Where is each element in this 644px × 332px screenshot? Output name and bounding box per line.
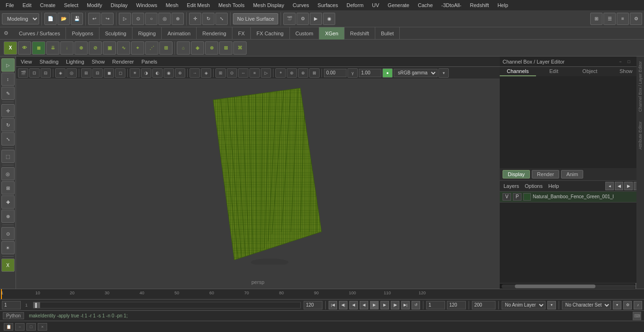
cb-minimize-btn[interactable]: − [617, 58, 624, 65]
xgen-guides-btn[interactable]: ⇊ [46, 41, 59, 55]
camera-btn[interactable]: ⊙ [1, 227, 15, 240]
frame-range-marker[interactable]: ▌ [33, 302, 40, 308]
vp-seq-btn[interactable]: ▷ [261, 68, 271, 78]
anim-layer-chevron[interactable]: ▾ [547, 301, 556, 309]
menu-surfaces[interactable]: Surfaces [314, 1, 342, 9]
menu-deform[interactable]: Deform [343, 1, 367, 9]
xgen-tool3-btn[interactable]: ⊛ [205, 41, 218, 55]
vp-2d-btn[interactable]: ≡ [249, 68, 260, 78]
redo-btn[interactable]: ↪ [101, 13, 114, 25]
snap-btn[interactable]: ◎ [1, 167, 15, 180]
layer-tab-display[interactable]: Display [503, 170, 530, 178]
vp-snap3-btn[interactable]: ⊕ [298, 68, 308, 78]
xgen-tool5-btn[interactable]: ⌘ [233, 41, 247, 55]
vp-ssao-btn[interactable]: ◉ [164, 68, 174, 78]
scroll-track[interactable] [502, 284, 636, 288]
render-btn[interactable]: 🎬 [283, 13, 296, 25]
xgen-anchor-btn[interactable]: ⌖ [131, 41, 144, 55]
layer-tab-anim[interactable]: Anim [561, 170, 583, 178]
new-file-btn[interactable]: 📄 [44, 13, 57, 25]
vp-wire-btn[interactable]: ⊟ [92, 68, 103, 78]
next-key-btn[interactable]: |▶ [391, 301, 399, 309]
measure-btn[interactable]: ✚ [1, 195, 15, 209]
workspace-dropdown[interactable]: Modeling [2, 13, 39, 24]
xgen-select-btn[interactable]: ⊕ [74, 41, 88, 55]
undo-btn[interactable]: ↩ [88, 13, 100, 25]
tool-settings-btn[interactable]: ⚙ [630, 13, 642, 25]
paint-select-btn[interactable]: ○ [145, 13, 157, 25]
vp-flat-btn[interactable]: ◻ [115, 68, 125, 78]
prev-frame-btn[interactable]: ◀ [349, 301, 358, 309]
move-tool-btn[interactable]: ✛ [1, 104, 15, 117]
tab-fx[interactable]: FX [232, 27, 251, 40]
xgen-down-btn[interactable]: ↓ [60, 41, 74, 55]
layer-scrollbar[interactable]: ▸ [500, 283, 644, 289]
menu-uv[interactable]: UV [368, 1, 383, 9]
rv-channel-box-label[interactable]: Channel Box / Layer Editor [637, 57, 644, 117]
menu-curves[interactable]: Curves [289, 1, 313, 9]
char-set-chevron[interactable]: ▾ [613, 301, 621, 309]
prev-key-btn[interactable]: ◀| [339, 301, 347, 309]
select-all-btn[interactable]: ⊕ [172, 13, 184, 25]
vp-gamma-input[interactable] [324, 69, 347, 77]
rotate-btn[interactable]: ↻ [202, 13, 215, 25]
render-settings-btn[interactable]: ⚙ [297, 13, 309, 25]
arnold-btn[interactable]: ◉ [323, 13, 335, 25]
menu-create[interactable]: Create [36, 1, 59, 9]
xgen-eye-btn[interactable]: 👁 [18, 41, 31, 55]
frame-range-bar[interactable]: ▌ [33, 302, 301, 308]
ui-toggle-btn[interactable]: ⊞ [590, 13, 603, 25]
vp-menu-renderer[interactable]: Renderer [110, 59, 136, 65]
menu-file[interactable]: File [2, 1, 18, 9]
layer-visibility-btn[interactable]: V [503, 193, 511, 201]
layer-prev-btn[interactable]: ◂ [605, 182, 614, 190]
save-file-btn[interactable]: 💾 [71, 13, 83, 25]
vp-snap4-btn[interactable]: ⊠ [309, 68, 320, 78]
vp-frame-all-btn[interactable]: ⊡ [29, 68, 40, 78]
status-keyboard-icon[interactable]: ⌨ [633, 312, 641, 320]
light-btn[interactable]: ☀ [1, 241, 15, 254]
vp-hud-btn[interactable]: ⊞ [215, 68, 226, 78]
python-label[interactable]: Python [3, 312, 24, 319]
vp-shadow-btn[interactable]: ◑ [141, 68, 151, 78]
scroll-thumb[interactable] [515, 284, 595, 288]
menu-windows[interactable]: Windows [132, 1, 161, 9]
menu-edit-mesh[interactable]: Edit Mesh [183, 1, 214, 9]
menu-mesh-tools[interactable]: Mesh Tools [215, 1, 248, 9]
menu-cache[interactable]: Cache [414, 1, 437, 9]
menu-mesh[interactable]: Mesh [162, 1, 182, 9]
ipr-btn[interactable]: ▶ [310, 13, 322, 25]
tab-sculpting[interactable]: Sculpting [99, 27, 132, 40]
vp-grid-btn[interactable]: ⊞ [81, 68, 91, 78]
layer-playback-btn[interactable]: P [513, 193, 521, 201]
cb-tab-channels[interactable]: Channels [500, 67, 536, 76]
tr-sound-btn[interactable]: ♪ [634, 301, 642, 309]
end-frame-input[interactable] [304, 301, 322, 309]
move-btn[interactable]: ✛ [189, 13, 201, 25]
tab-bullet[interactable]: Bullet [375, 27, 400, 40]
vp-snap-btn[interactable]: ⌖ [275, 68, 286, 78]
xgen-curve-btn[interactable]: ∿ [117, 41, 130, 55]
vp-snap2-btn[interactable]: ⊛ [287, 68, 297, 78]
vp-orient-btn[interactable]: ◎ [66, 68, 77, 78]
xgen-patch2-btn[interactable]: ▣ [103, 41, 116, 55]
play-reverse-btn[interactable]: ◀ [360, 301, 368, 309]
tab-redshift[interactable]: Redshift [345, 27, 375, 40]
range-start-input[interactable] [426, 301, 445, 309]
xgen-tool2-btn[interactable]: ◈ [191, 41, 204, 55]
vp-motion-btn[interactable]: → [190, 68, 200, 78]
cb-tab-object[interactable]: Object [572, 67, 608, 76]
layout-btn[interactable]: ⊕ [1, 210, 15, 223]
tab-xgen[interactable]: XGen [319, 27, 344, 40]
vp-menu-panels[interactable]: Panels [140, 59, 159, 65]
channel-box-btn[interactable]: ☰ [603, 13, 616, 25]
vp-smooth-btn[interactable]: ◼ [104, 68, 114, 78]
tab-animation[interactable]: Animation [162, 27, 197, 40]
open-file-btn[interactable]: 📂 [58, 13, 70, 25]
xgen-patch-btn[interactable]: ◼ [32, 41, 45, 55]
vp-cam-btn[interactable]: 🎬 [18, 68, 28, 78]
vp-menu-view[interactable]: View [19, 59, 34, 65]
xgen-icon-btn[interactable]: X [1, 259, 15, 272]
skip-start-btn[interactable]: |◀ [329, 301, 337, 309]
menu-display[interactable]: Display [107, 1, 132, 9]
